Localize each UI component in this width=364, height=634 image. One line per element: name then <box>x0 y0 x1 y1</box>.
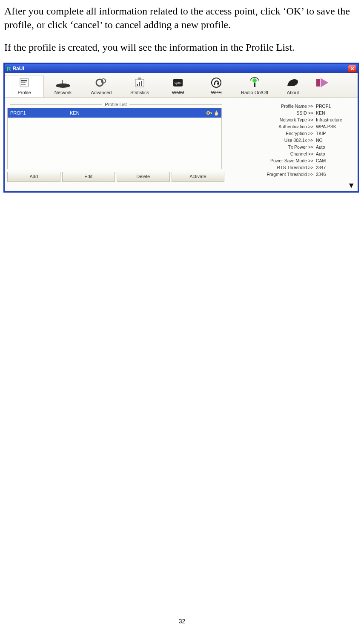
app-window: R RaUI ✕ P Profile Network Advanced <box>3 63 359 193</box>
lbl-enc: Encryption >> <box>224 131 316 136</box>
svg-rect-11 <box>137 84 138 86</box>
svg-rect-12 <box>139 82 140 86</box>
val-frag: 2346 <box>316 172 354 177</box>
activate-button[interactable]: Activate <box>172 172 225 182</box>
svg-rect-6 <box>62 80 63 84</box>
tab-advanced-label: Advanced <box>91 90 112 95</box>
val-network-type: Infrastructure <box>316 117 354 122</box>
doc-paragraph-1: After you complete all information relat… <box>4 4 360 32</box>
tab-profile[interactable]: P Profile <box>5 75 44 97</box>
lbl-network-type: Network Type >> <box>224 117 316 122</box>
svg-rect-25 <box>211 112 212 114</box>
content-area: Profile List PROF1 KEN <box>5 98 358 191</box>
radio-icon <box>249 75 261 90</box>
key-icon <box>206 110 212 116</box>
tab-statistics-label: Statistics <box>130 90 149 95</box>
profile-list-box[interactable]: PROF1 KEN <box>7 108 222 169</box>
lbl-profile-name: Profile Name >> <box>224 104 316 109</box>
svg-rect-13 <box>141 81 142 86</box>
val-auth: WPA-PSK <box>316 124 354 129</box>
tab-exit[interactable] <box>312 75 333 97</box>
svg-text:QoS: QoS <box>175 81 181 85</box>
doc-body: After you complete all information relat… <box>4 4 360 54</box>
svg-rect-14 <box>138 78 141 80</box>
about-icon <box>286 75 300 90</box>
delete-button[interactable]: Delete <box>117 172 170 182</box>
profile-row-ssid: KEN <box>70 110 206 115</box>
tab-profile-label: Profile <box>17 90 31 95</box>
tab-advanced[interactable]: Advanced <box>82 75 120 97</box>
tab-wmm[interactable]: QoS WMM <box>159 75 197 97</box>
tab-wps[interactable]: WPS <box>197 75 235 97</box>
svg-rect-3 <box>21 84 26 85</box>
svg-text:P: P <box>21 79 23 82</box>
tab-network-label: Network <box>54 90 72 95</box>
tab-statistics[interactable]: Statistics <box>120 75 159 97</box>
tab-wmm-label: WMM <box>172 90 184 95</box>
lbl-rts: RTS Threshold >> <box>224 165 316 170</box>
lbl-txpower: Tx Power >> <box>224 144 316 150</box>
svg-point-19 <box>252 78 257 83</box>
profile-icon: P <box>18 75 30 90</box>
scroll-down-icon[interactable]: ▼ <box>347 181 355 190</box>
wps-icon <box>210 75 222 90</box>
val-channel: Auto <box>316 151 354 156</box>
add-button[interactable]: Add <box>7 172 60 182</box>
window-title: RaUI <box>12 66 24 72</box>
exit-icon <box>315 75 330 90</box>
close-button[interactable]: ✕ <box>348 65 356 72</box>
network-icon <box>54 75 72 90</box>
lbl-ssid: SSID >> <box>224 110 316 115</box>
svg-marker-22 <box>321 78 328 87</box>
profile-row-1[interactable]: PROF1 KEN <box>8 108 221 118</box>
page-number: 32 <box>0 618 364 625</box>
tab-radio[interactable]: Radio On/Off <box>235 75 274 97</box>
edit-button[interactable]: Edit <box>62 172 115 182</box>
tab-about[interactable]: About <box>274 75 312 97</box>
svg-rect-7 <box>64 80 64 84</box>
doc-paragraph-2: If the profile is created, you will see … <box>4 40 360 54</box>
app-icon: R <box>7 66 11 72</box>
tab-network[interactable]: Network <box>44 75 82 97</box>
lbl-frag: Fragment Threshold >> <box>224 172 316 177</box>
window-titlebar[interactable]: R RaUI ✕ <box>5 64 358 73</box>
wmm-icon: QoS <box>172 75 184 90</box>
val-rts: 2347 <box>316 165 354 170</box>
lbl-auth: Authentication >> <box>224 124 316 129</box>
profile-panel: Profile List PROF1 KEN <box>5 98 224 191</box>
val-ssid: KEN <box>316 110 354 115</box>
svg-rect-20 <box>254 83 255 87</box>
lbl-psm: Power Save Mode >> <box>224 158 316 163</box>
lbl-channel: Channel >> <box>224 151 316 156</box>
svg-point-5 <box>56 84 70 88</box>
val-txpower: Auto <box>316 144 354 150</box>
statistics-icon <box>134 75 146 90</box>
lbl-8021x: Use 802.1x >> <box>224 138 316 143</box>
val-enc: TKIP <box>316 131 354 136</box>
svg-rect-21 <box>316 79 320 86</box>
val-profile-name: PROF1 <box>316 104 354 109</box>
tab-radio-label: Radio On/Off <box>241 90 268 95</box>
profile-button-row: Add Edit Delete Activate <box>7 172 224 182</box>
tab-about-label: About <box>287 90 299 95</box>
val-8021x: NO <box>316 138 354 143</box>
main-toolbar: P Profile Network Advanced Statistics Qo… <box>5 73 358 98</box>
advanced-icon <box>95 75 108 90</box>
profile-row-name: PROF1 <box>10 110 70 115</box>
profile-details: Profile Name >>PROF1 SSID >>KEN Network … <box>224 98 358 191</box>
svg-point-17 <box>212 78 221 87</box>
val-psm: CAM <box>316 158 354 163</box>
ok-hand-icon <box>214 110 219 116</box>
svg-rect-2 <box>21 82 26 83</box>
svg-point-23 <box>207 112 209 114</box>
profile-list-title: Profile List <box>105 102 126 107</box>
tab-wps-label: WPS <box>211 90 221 95</box>
